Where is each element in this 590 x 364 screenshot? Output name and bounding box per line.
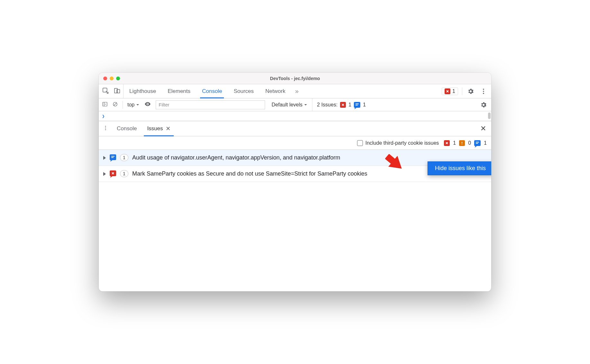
console-prompt[interactable]: ❯ [99, 111, 491, 121]
main-tabs: Lighthouse Elements Console Sources Netw… [124, 84, 302, 98]
checkbox-icon [357, 140, 363, 146]
drawer-tabstrip: Console Issues ✕ ✕ [99, 121, 491, 136]
tab-console[interactable]: Console [196, 84, 228, 98]
svg-rect-15 [462, 144, 462, 144]
error-icon [110, 170, 116, 176]
error-count: 1 [453, 140, 456, 146]
expand-icon[interactable] [103, 172, 106, 176]
live-expression-icon[interactable] [144, 101, 151, 109]
tab-network[interactable]: Network [260, 84, 291, 98]
tab-elements[interactable]: Elements [162, 84, 196, 98]
annotation-arrow-icon [379, 152, 408, 179]
minimize-window-button[interactable] [110, 77, 114, 80]
clear-console-icon[interactable] [112, 101, 118, 108]
svg-rect-16 [476, 142, 479, 142]
main-tabstrip: Lighthouse Elements Console Sources Netw… [99, 84, 491, 98]
context-menu-item-hide[interactable]: Hide issues like this [435, 165, 486, 172]
window-controls [99, 77, 120, 80]
svg-point-12 [105, 127, 106, 128]
svg-rect-18 [111, 156, 115, 157]
zoom-window-button[interactable] [116, 77, 120, 80]
chevron-down-icon [304, 103, 308, 107]
include-third-party-toggle[interactable]: Include third-party cookie issues [357, 140, 439, 146]
info-icon [474, 140, 481, 146]
issues-info-count: 1 [363, 102, 366, 108]
titlebar: DevTools - jec.fyi/demo [99, 73, 491, 84]
svg-point-5 [483, 93, 484, 94]
console-toolbar: top Default levels 2 Issues: 1 1 [99, 98, 491, 111]
svg-rect-17 [476, 143, 478, 144]
svg-rect-10 [355, 105, 358, 105]
more-menu-icon[interactable] [479, 88, 488, 95]
log-levels-selector[interactable]: Default levels [272, 102, 308, 108]
issue-count-pill: 1 [120, 170, 128, 177]
info-count: 1 [484, 140, 487, 146]
drawer-tab-console[interactable]: Console [112, 121, 142, 136]
svg-rect-19 [111, 157, 114, 158]
divider [123, 101, 123, 109]
svg-rect-6 [103, 102, 107, 106]
warning-icon [459, 140, 465, 146]
info-icon [354, 102, 360, 108]
svg-rect-14 [462, 142, 462, 143]
prompt-chevron-icon: ❯ [102, 114, 105, 119]
context-label: top [127, 102, 134, 108]
svg-point-8 [147, 104, 148, 105]
filter-input[interactable] [156, 100, 265, 109]
close-drawer-icon[interactable]: ✕ [478, 124, 488, 133]
issues-error-count: 1 [348, 102, 351, 108]
issues-label: 2 Issues: [317, 102, 337, 108]
error-badge[interactable]: 1 [442, 87, 458, 95]
device-toolbar-icon[interactable] [114, 87, 121, 96]
issues-filter-bar: Include third-party cookie issues 1 0 1 [99, 136, 491, 150]
issue-counts: 1 0 1 [444, 140, 487, 146]
error-count: 1 [452, 88, 455, 94]
svg-point-11 [105, 126, 106, 127]
drawer-menu-icon[interactable] [102, 125, 112, 132]
warning-count: 0 [468, 140, 471, 146]
issue-title: Audit usage of navigator.userAgent, navi… [132, 154, 487, 162]
close-tab-icon[interactable]: ✕ [166, 125, 171, 132]
close-window-button[interactable] [103, 77, 107, 80]
levels-label: Default levels [272, 102, 302, 108]
chevron-down-icon [136, 103, 140, 107]
tab-sources[interactable]: Sources [228, 84, 259, 98]
expand-icon[interactable] [103, 156, 106, 160]
settings-icon[interactable] [466, 88, 475, 95]
checkbox-label: Include third-party cookie issues [365, 140, 439, 146]
window-title: DevTools - jec.fyi/demo [99, 76, 491, 81]
error-icon [445, 88, 450, 94]
svg-rect-9 [355, 104, 359, 104]
issue-row[interactable]: 1 Audit usage of navigator.userAgent, na… [99, 150, 491, 166]
console-sidebar-toggle-icon[interactable] [102, 101, 108, 108]
error-icon [340, 102, 346, 108]
more-tabs-button[interactable]: » [291, 84, 302, 98]
scrollbar-thumb[interactable] [488, 113, 491, 119]
svg-point-3 [483, 88, 484, 90]
devtools-window: DevTools - jec.fyi/demo Lighthouse Eleme… [99, 73, 491, 291]
console-settings-icon[interactable] [479, 101, 488, 108]
drawer-tab-issues[interactable]: Issues ✕ [142, 121, 175, 136]
svg-point-13 [105, 129, 106, 130]
inspect-element-icon[interactable] [102, 87, 109, 96]
svg-point-4 [483, 91, 484, 92]
execution-context-selector[interactable]: top [127, 102, 140, 108]
issue-count-pill: 1 [120, 154, 128, 161]
drawer-tab-label: Issues [147, 125, 163, 132]
context-menu: Hide issues like this [428, 161, 491, 175]
divider [462, 87, 462, 95]
issues-summary[interactable]: 2 Issues: 1 1 [312, 98, 366, 111]
error-icon [444, 140, 450, 146]
tab-lighthouse[interactable]: Lighthouse [124, 84, 162, 98]
info-icon [110, 154, 116, 160]
